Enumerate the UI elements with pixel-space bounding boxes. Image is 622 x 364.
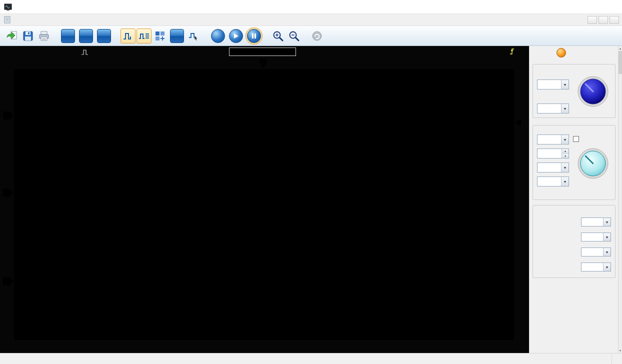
chevron-down-icon: ▼ <box>603 263 610 271</box>
horizontal-knob[interactable] <box>577 76 609 108</box>
toolbar-separator <box>52 28 59 44</box>
scroll-down-icon[interactable]: ▼ <box>618 348 622 353</box>
spin-up-icon[interactable]: ▲ <box>562 149 568 154</box>
chevron-down-icon: ▼ <box>561 80 568 89</box>
trigger-readout <box>509 47 524 57</box>
panel-scrollbar[interactable]: ▲ ▼ <box>618 46 622 353</box>
reference-wave-button[interactable] <box>170 29 184 43</box>
time-div-select[interactable]: ▼ <box>537 80 569 90</box>
chevron-down-icon: ▼ <box>561 177 568 186</box>
waveform-display-button[interactable] <box>120 28 136 44</box>
channel-select[interactable]: ▼ <box>537 134 569 144</box>
cursor-measure-button[interactable] <box>186 28 202 44</box>
scroll-thumb[interactable] <box>618 51 622 74</box>
vertical-group: ▼ ▲ ▼ ▼ <box>532 125 616 200</box>
horizontal-settings-button[interactable] <box>61 29 75 43</box>
coupling-select[interactable]: ▼ <box>537 162 569 172</box>
trigger-sweep-select[interactable]: ▼ <box>581 232 611 242</box>
app-window: ▼ ▼ <box>0 0 622 364</box>
scope-canvas <box>14 69 514 340</box>
chevron-down-icon: ▼ <box>603 248 610 256</box>
trigger-channel-badge <box>518 52 522 52</box>
status-bar <box>0 353 622 364</box>
onoff-checkbox[interactable] <box>573 136 579 142</box>
vertical-settings-button[interactable] <box>79 29 93 43</box>
workspace: ▼ ▼ <box>0 46 622 353</box>
scope-display <box>0 46 529 353</box>
trigger-position-marker[interactable] <box>259 59 267 69</box>
minimize-button[interactable] <box>556 0 578 14</box>
mdi-restore-button[interactable] <box>598 16 608 24</box>
ch1-position-marker[interactable] <box>3 112 14 120</box>
pause-button[interactable] <box>247 29 261 43</box>
toolbar-separator <box>263 28 270 44</box>
channel-onoff <box>573 136 581 142</box>
zoom-in-button[interactable] <box>270 28 286 44</box>
chevron-down-icon: ▼ <box>561 135 568 144</box>
window-controls <box>556 0 622 14</box>
document-icon <box>4 16 11 24</box>
mdi-minimize-button[interactable] <box>588 16 597 24</box>
close-button[interactable] <box>600 0 622 14</box>
vertical-knob[interactable] <box>577 148 609 180</box>
toolbar-separator <box>113 28 120 44</box>
channel-readout-strip <box>0 341 529 352</box>
chevron-down-icon: ▼ <box>561 104 568 113</box>
waveform-preview-canvas <box>230 48 296 56</box>
toolbar <box>0 26 622 46</box>
print-button[interactable] <box>36 28 52 44</box>
trigger-level-marker[interactable] <box>515 119 521 126</box>
chevron-down-icon: ▼ <box>561 163 568 172</box>
format-select[interactable]: ▼ <box>537 104 569 114</box>
trigger-group: ▼ ▼ ▼ ▼ <box>532 205 616 278</box>
toolbar-separator <box>202 28 209 44</box>
ch2-position-marker[interactable] <box>3 278 14 286</box>
waveform-grid[interactable] <box>14 69 514 340</box>
waveform-list-button[interactable] <box>136 28 152 44</box>
scroll-up-icon[interactable]: ▲ <box>618 46 622 51</box>
autoset-button[interactable] <box>211 29 225 43</box>
save-button[interactable] <box>20 28 36 44</box>
title-bar <box>0 0 622 14</box>
run-button[interactable] <box>229 29 243 43</box>
waveform-preview[interactable] <box>229 48 296 56</box>
math-button[interactable] <box>152 28 168 44</box>
chevron-down-icon: ▼ <box>603 218 610 226</box>
control-panel: ▼ ▼ <box>529 46 618 353</box>
trigger-slope-select[interactable]: ▼ <box>581 262 611 272</box>
zoom-out-button[interactable] <box>286 28 302 44</box>
menu-bar <box>0 14 622 26</box>
trigger-settings-button[interactable] <box>97 29 111 43</box>
refresh-button[interactable] <box>310 28 324 44</box>
app-icon <box>4 3 12 11</box>
trigger-edge-icon <box>509 47 515 57</box>
horizontal-group: ▼ ▼ <box>532 64 616 118</box>
scope-status-strip <box>0 46 529 58</box>
volt-scale-spinner[interactable]: ▲ ▼ <box>537 148 569 158</box>
mdi-window-controls <box>588 16 619 24</box>
datetime-display <box>612 354 622 364</box>
trigger-mode-select[interactable]: ▼ <box>581 218 611 226</box>
open-waveform-button[interactable] <box>4 28 20 44</box>
chevron-down-icon: ▼ <box>603 233 610 241</box>
spin-down-icon[interactable]: ▼ <box>562 154 568 158</box>
mdi-close-button[interactable] <box>610 16 619 24</box>
probe-select[interactable]: ▼ <box>537 176 569 186</box>
connect-indicator[interactable] <box>556 48 566 58</box>
maximize-button[interactable] <box>578 0 600 14</box>
pulse-indicator-icon <box>81 48 89 56</box>
trigger-source-select[interactable]: ▼ <box>581 248 611 256</box>
toolbar-separator <box>302 28 309 44</box>
math-position-marker[interactable] <box>3 188 14 196</box>
